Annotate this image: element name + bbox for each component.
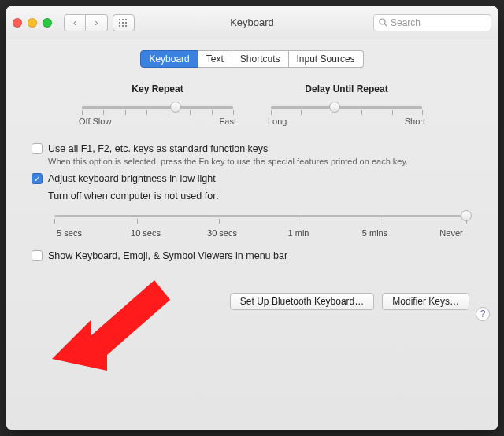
- tab-bar: KeyboardTextShortcutsInput Sources: [6, 50, 498, 68]
- adjust-brightness-label: Adjust keyboard brightness in low light: [48, 173, 216, 184]
- zoom-icon[interactable]: [43, 18, 52, 28]
- use-fkeys-label: Use all F1, F2, etc. keys as standard fu…: [48, 143, 408, 154]
- help-button[interactable]: ?: [476, 307, 490, 321]
- svg-rect-1: [122, 19, 124, 20]
- svg-rect-6: [119, 25, 120, 27]
- slider-knob[interactable]: [329, 102, 340, 113]
- annotation-arrow-icon: [52, 257, 170, 382]
- use-fkeys-checkbox[interactable]: [32, 143, 43, 154]
- turnoff-tick: Never: [430, 228, 472, 238]
- turnoff-tick: 30 secs: [201, 228, 243, 238]
- kr-left: Off Slow: [79, 116, 111, 126]
- forward-button[interactable]: ›: [86, 14, 108, 31]
- nav-group: ‹ ›: [64, 14, 108, 31]
- svg-line-10: [384, 24, 387, 26]
- search-input[interactable]: Search: [373, 14, 491, 31]
- svg-rect-8: [125, 25, 127, 27]
- delay-repeat-slider[interactable]: Delay Until Repeat Long Short: [268, 83, 425, 126]
- svg-rect-3: [119, 22, 120, 24]
- turnoff-tick: 5 secs: [48, 228, 91, 238]
- tab-keyboard[interactable]: Keyboard: [140, 50, 198, 68]
- slider-knob[interactable]: [170, 102, 181, 113]
- svg-point-9: [380, 19, 385, 24]
- minimize-icon[interactable]: [28, 18, 37, 28]
- turnoff-label: Turn off when computer is not used for:: [48, 190, 472, 201]
- turnoff-tick: 1 min: [277, 228, 320, 238]
- setup-bluetooth-button[interactable]: Set Up Bluetooth Keyboard…: [230, 293, 374, 310]
- panel-body: Key Repeat Off Slow Fast Delay Until Rep…: [6, 68, 498, 327]
- svg-rect-5: [125, 22, 127, 24]
- use-fkeys-block: Use all F1, F2, etc. keys as standard fu…: [48, 143, 408, 167]
- key-repeat-slider[interactable]: Key Repeat Off Slow Fast: [79, 83, 236, 126]
- slider-knob[interactable]: [461, 210, 472, 221]
- search-placeholder: Search: [391, 17, 421, 28]
- close-icon[interactable]: [13, 18, 22, 28]
- adjust-brightness-checkbox[interactable]: ✓: [32, 173, 43, 184]
- modifier-keys-button[interactable]: Modifier Keys…: [382, 293, 469, 310]
- back-button[interactable]: ‹: [64, 14, 86, 31]
- show-viewers-checkbox[interactable]: [32, 250, 43, 261]
- turnoff-tick: 5 mins: [354, 228, 396, 238]
- show-viewers-label: Show Keyboard, Emoji, & Symbol Viewers i…: [48, 250, 287, 261]
- turnoff-tick: 10 secs: [124, 228, 167, 238]
- kr-right: Fast: [220, 116, 236, 126]
- dr-left: Long: [268, 116, 287, 126]
- tab-shortcuts[interactable]: Shortcuts: [232, 50, 289, 68]
- grid-icon: [119, 19, 128, 27]
- tab-input-sources[interactable]: Input Sources: [289, 50, 364, 68]
- key-repeat-label: Key Repeat: [79, 83, 236, 94]
- turnoff-slider[interactable]: [54, 208, 466, 224]
- dr-label: Delay Until Repeat: [268, 83, 425, 94]
- titlebar: ‹ › Keyboard Search: [6, 6, 498, 39]
- use-fkeys-hint: When this option is selected, press the …: [48, 156, 408, 167]
- tab-text[interactable]: Text: [198, 50, 232, 68]
- search-icon: [379, 18, 387, 27]
- svg-rect-7: [122, 25, 124, 27]
- show-all-button[interactable]: [113, 14, 135, 31]
- dr-right: Short: [405, 116, 425, 126]
- svg-rect-4: [122, 22, 124, 24]
- svg-rect-2: [125, 19, 127, 20]
- svg-rect-0: [119, 19, 120, 20]
- window: ‹ › Keyboard Search KeyboardTextShortcut…: [6, 6, 498, 430]
